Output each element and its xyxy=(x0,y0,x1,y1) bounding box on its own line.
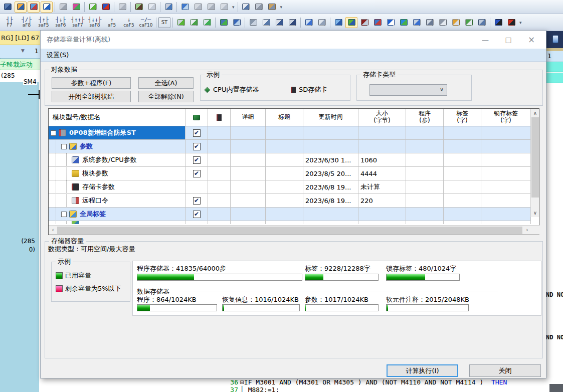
watch-window-icon[interactable] xyxy=(179,2,191,13)
note-open-icon[interactable] xyxy=(188,17,200,28)
deselect-all-button[interactable]: 全部解除(N) xyxy=(138,91,194,102)
grid-view-icon[interactable] xyxy=(253,2,265,13)
drop-1-icon[interactable] xyxy=(146,2,158,13)
close-icon[interactable]: × xyxy=(520,31,543,49)
scroll-left-icon[interactable]: ‹ xyxy=(49,226,57,235)
find-device-icon[interactable] xyxy=(162,2,174,13)
tree-edit-icon[interactable] xyxy=(345,17,357,28)
scrollbar-thumb[interactable] xyxy=(57,227,522,234)
editor-tab[interactable]: RG] [LD] 671 xyxy=(0,31,40,45)
monitor-window-icon[interactable] xyxy=(2,2,14,13)
table-row[interactable]: 全局标签✔ xyxy=(49,208,531,221)
scroll-up-icon[interactable]: ∧ xyxy=(531,109,539,117)
find-edit-icon[interactable] xyxy=(371,17,384,28)
open-branch-button[interactable]: ┤↑├saF5 xyxy=(36,15,52,30)
fold-icon[interactable]: ⊟ xyxy=(240,378,244,386)
pulse-close-button[interactable]: ┤↓↓├saF8 xyxy=(87,15,103,30)
st-editor-button[interactable]: ST xyxy=(158,17,170,28)
delete-line-icon[interactable] xyxy=(316,17,328,28)
param-program-button[interactable]: 参数+程序(F) xyxy=(52,77,131,89)
dav-search-icon[interactable] xyxy=(385,17,397,28)
select-all-button[interactable]: 全选(A) xyxy=(138,77,194,89)
doc-search2-icon[interactable] xyxy=(286,17,298,28)
doc-read-icon[interactable] xyxy=(260,17,272,28)
undo-list-icon[interactable] xyxy=(450,17,462,28)
user-lib-icon[interactable] xyxy=(266,2,278,13)
table-row[interactable]: 远程口令✔2023/6/8 19...220 xyxy=(49,194,531,208)
io-check-icon[interactable] xyxy=(100,2,112,13)
close-contact-button[interactable]: ┤/├aF8 xyxy=(19,15,35,30)
horizontal-scrollbar[interactable]: ‹ › xyxy=(49,225,540,235)
cpu-memory-checkbox[interactable]: ✔ xyxy=(193,170,201,177)
rising-edge-button[interactable]: ↑aF5 xyxy=(104,15,120,30)
edit-mode-icon[interactable] xyxy=(87,2,99,13)
cpu-memory-checkbox[interactable]: ✔ xyxy=(193,211,201,218)
add-row-icon[interactable] xyxy=(411,17,423,28)
copy-ladder-icon[interactable] xyxy=(247,17,259,28)
vertical-scrollbar[interactable]: ∧ ∨ xyxy=(530,109,539,217)
watch-stop-icon[interactable] xyxy=(28,2,40,13)
col-name: 模块型号/数据名 xyxy=(49,109,185,126)
find-ladder-icon[interactable] xyxy=(358,17,370,28)
group-label: 存储卡类型 xyxy=(361,71,398,79)
table-row[interactable]: 参数✔ xyxy=(49,140,531,153)
doc-search-icon[interactable] xyxy=(273,17,285,28)
insert-line-icon[interactable] xyxy=(303,17,315,28)
maximize-button[interactable]: □ xyxy=(497,31,520,49)
cpu-memory-checkbox[interactable]: ✔ xyxy=(193,129,201,137)
dialog-titlebar[interactable]: 存储器容量计算(离线) — □ × xyxy=(41,31,546,49)
battery-gray-icon[interactable] xyxy=(218,2,230,13)
pulse-open-button[interactable]: ┤↑↑├saF7 xyxy=(70,15,86,30)
minimize-button[interactable]: — xyxy=(474,31,497,49)
overflow-chevron-icon[interactable]: ▾ xyxy=(280,5,283,10)
tree-expand-box[interactable] xyxy=(61,144,67,149)
scroll-down-icon[interactable]: ∨ xyxy=(531,209,539,217)
tree-expand-box[interactable] xyxy=(61,212,67,217)
chevron-down-icon[interactable]: ▼ xyxy=(21,48,25,53)
statement-edit-icon[interactable] xyxy=(218,17,230,28)
comment-find-icon[interactable] xyxy=(476,17,488,28)
open-contact-button[interactable]: ┤├F7 xyxy=(2,15,18,30)
watch-start-icon[interactable] xyxy=(15,2,27,13)
align-list-icon[interactable] xyxy=(437,17,449,28)
close-button[interactable]: 关闭 xyxy=(469,364,541,377)
overflow-chevron-icon[interactable]: ▾ xyxy=(232,5,235,10)
card-type-select[interactable]: ∨ xyxy=(369,84,447,96)
save-blue-icon[interactable] xyxy=(492,17,504,28)
note-close-icon[interactable] xyxy=(201,17,213,28)
dav-transfer-icon[interactable] xyxy=(398,17,410,28)
cpu-memory-checkbox[interactable]: ✔ xyxy=(193,197,201,205)
save-red-icon[interactable] xyxy=(505,17,517,28)
toggle-tree-button[interactable]: 开闭全部树状结 xyxy=(52,91,131,102)
dock-gray-icon[interactable] xyxy=(192,2,204,13)
table-row[interactable]: 0P08新增组合防呆ST✔ xyxy=(49,126,531,140)
table-row[interactable]: 模块参数✔2023/8/5 20...4444 xyxy=(49,167,531,180)
binocular-gray-icon[interactable] xyxy=(205,2,217,13)
tree-expand-icon[interactable] xyxy=(332,17,344,28)
rebuild-all-icon[interactable] xyxy=(70,2,82,13)
build-gray-icon[interactable] xyxy=(57,2,69,13)
menu-settings[interactable]: 设置(S) xyxy=(47,51,69,59)
tree-expand-box[interactable] xyxy=(51,130,56,136)
offline-gray-icon[interactable] xyxy=(116,2,128,13)
cpu-memory-checkbox[interactable]: ✔ xyxy=(193,156,201,164)
table-row[interactable] xyxy=(49,221,531,224)
rebuild-all-icon xyxy=(73,4,80,10)
statement-table-icon[interactable] xyxy=(231,17,243,28)
element-list-icon[interactable] xyxy=(41,2,53,13)
coil-edit-icon[interactable] xyxy=(175,17,187,28)
calculate-execute-button[interactable]: 计算执行(I) xyxy=(387,364,458,377)
scrollbar-thumb[interactable] xyxy=(531,117,539,198)
invert-result-button[interactable]: ─/─caF10 xyxy=(138,15,154,30)
overflow-chevron-icon[interactable]: ▾ xyxy=(519,20,522,25)
list-view-icon[interactable] xyxy=(240,2,252,13)
del-row-icon[interactable] xyxy=(424,17,436,28)
device-eye-icon[interactable] xyxy=(133,2,145,13)
scroll-right-icon[interactable]: › xyxy=(523,226,531,235)
check-list-icon[interactable] xyxy=(463,17,475,28)
table-row[interactable]: 存储卡参数2023/6/8 19...未计算 xyxy=(49,180,531,194)
cpu-memory-checkbox[interactable]: ✔ xyxy=(193,143,201,150)
table-row[interactable]: 系统参数/CPU参数✔2023/6/30 1...1060 xyxy=(49,153,531,167)
falling-edge-button[interactable]: ↓caF5 xyxy=(121,15,137,30)
close-branch-button[interactable]: ┤↓├saF6 xyxy=(53,15,69,30)
